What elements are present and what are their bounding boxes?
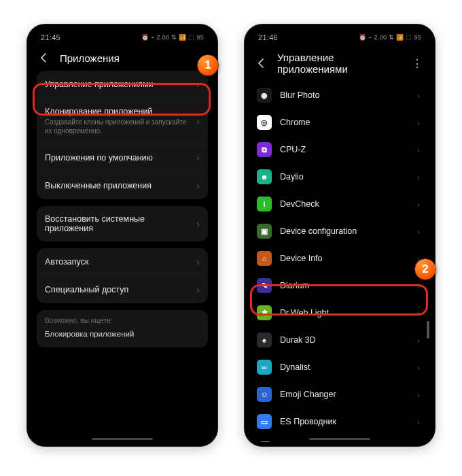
app-row-es-[interactable]: ▭ES Проводник› <box>253 408 427 435</box>
status-icons: ⏰ ⌁ 2.00 ⇅ 📶 ⬚ 95 <box>359 34 421 41</box>
clock: 21:46 <box>258 33 278 41</box>
settings-content: Управление приложениями › Клонирование п… <box>31 71 213 442</box>
row-label: Автозапуск <box>45 257 190 267</box>
app-icon: ❀ <box>257 441 272 442</box>
chevron-right-icon: › <box>417 90 420 101</box>
chevron-right-icon: › <box>417 199 420 209</box>
chevron-right-icon: › <box>417 226 420 237</box>
back-icon[interactable] <box>255 57 268 69</box>
app-icon: ▭ <box>257 414 272 429</box>
page-title: Приложения <box>60 52 207 64</box>
app-name: Daylio <box>280 172 409 182</box>
chevron-right-icon: › <box>196 218 200 229</box>
app-row-device-info[interactable]: ⌂Device Info› <box>253 245 427 272</box>
group-apps: Управление приложениями › Клонирование п… <box>37 71 208 199</box>
chevron-right-icon: › <box>196 180 200 191</box>
app-icon: ◉ <box>257 88 272 103</box>
chevron-right-icon: › <box>417 308 420 318</box>
app-icon: ▣ <box>257 224 272 239</box>
hint-item-app-lock[interactable]: Блокировка приложений <box>37 326 208 347</box>
row-autostart[interactable]: Автозапуск › <box>37 248 208 275</box>
scrollbar-thumb[interactable] <box>427 321 429 339</box>
app-list[interactable]: ◉Blur Photo›◎Chrome›⧉CPU-Z›☻Daylio›iDevC… <box>249 82 431 442</box>
back-icon[interactable] <box>38 52 50 64</box>
more-icon[interactable]: ⋮ <box>410 57 424 70</box>
app-row-devcheck[interactable]: iDevCheck› <box>253 190 427 218</box>
chevron-right-icon: › <box>417 281 420 291</box>
app-name: Device Info <box>280 254 409 263</box>
row-label: Клонирование приложений <box>45 107 190 116</box>
chevron-right-icon: › <box>196 79 200 90</box>
app-name: Dr.Web Light <box>280 308 409 318</box>
row-default-apps[interactable]: Приложения по умолчанию › <box>37 143 208 171</box>
status-bar: 21:45 ⏰ ⌁ 2.00 ⇅ 📶 ⬚ 95 <box>31 29 213 46</box>
chevron-right-icon: › <box>417 417 420 427</box>
row-label: Выключенные приложения <box>45 181 190 190</box>
screen-right: 21:46 ⏰ ⌁ 2.00 ⇅ 📶 ⬚ 95 Управление прило… <box>249 29 431 442</box>
app-icon: ∞ <box>257 360 272 375</box>
group-autostart: Автозапуск › Специальный доступ › <box>37 248 208 303</box>
app-row-cpu-z[interactable]: ⧉CPU-Z› <box>253 136 427 163</box>
row-label: Специальный доступ <box>45 285 190 294</box>
row-disabled-apps[interactable]: Выключенные приложения › <box>37 171 208 199</box>
app-name: Durak 3D <box>280 335 409 345</box>
app-icon: ☺ <box>257 387 272 402</box>
app-icon: ✎ <box>257 278 272 293</box>
app-row-device-configuration[interactable]: ▣Device configuration› <box>253 218 427 245</box>
app-name: Chrome <box>280 118 409 127</box>
app-icon: ✱ <box>257 305 272 320</box>
chevron-right-icon: › <box>417 390 420 400</box>
app-row-dynalist[interactable]: ∞Dynalist› <box>253 354 427 381</box>
app-name: DevCheck <box>280 199 409 209</box>
row-clone-apps[interactable]: Клонирование приложений Создавайте клоны… <box>37 98 208 143</box>
row-label: Управление приложениями <box>45 80 190 89</box>
app-row-chrome[interactable]: ◎Chrome› <box>253 109 427 136</box>
row-label: Восстановить системные приложения <box>45 214 190 233</box>
app-name: Dynalist <box>280 362 409 372</box>
app-row-dr-web-light[interactable]: ✱Dr.Web Light› <box>253 299 427 326</box>
chevron-right-icon: › <box>196 116 200 126</box>
app-icon: ⧉ <box>257 142 272 157</box>
app-icon: ♠ <box>257 333 272 347</box>
clock: 21:45 <box>41 33 60 41</box>
app-icon: ☻ <box>257 169 272 184</box>
status-bar: 21:46 ⏰ ⌁ 2.00 ⇅ 📶 ⬚ 95 <box>249 29 431 46</box>
app-name: CPU-Z <box>280 145 409 154</box>
chevron-right-icon: › <box>196 284 200 295</box>
app-row-daylio[interactable]: ☻Daylio› <box>253 163 427 190</box>
group-hint: Возможно, вы ищете: Блокировка приложени… <box>37 310 208 347</box>
app-row-durak-3d[interactable]: ♠Durak 3D› <box>253 326 427 354</box>
row-special-access[interactable]: Специальный доступ › <box>37 275 208 303</box>
app-row-diarium[interactable]: ✎Diarium› <box>253 272 427 299</box>
step-badge-2: 2 <box>414 258 436 280</box>
app-name: Emoji Changer <box>280 390 409 399</box>
header: Управление приложениями ⋮ <box>249 46 431 82</box>
step-badge-1: 1 <box>197 54 219 76</box>
app-row-emoji-changer[interactable]: ☺Emoji Changer› <box>253 381 427 408</box>
group-restore: Восстановить системные приложения › <box>37 206 208 241</box>
chevron-right-icon: › <box>417 335 420 345</box>
row-label: Приложения по умолчанию <box>45 153 190 163</box>
home-indicator[interactable] <box>92 438 153 440</box>
row-restore-system[interactable]: Восстановить системные приложения › <box>37 206 208 241</box>
chevron-right-icon: › <box>417 145 420 155</box>
status-icons: ⏰ ⌁ 2.00 ⇅ 📶 ⬚ 95 <box>141 34 204 41</box>
chevron-right-icon: › <box>417 118 420 128</box>
hint-heading: Возможно, вы ищете: <box>37 310 208 326</box>
chevron-right-icon: › <box>196 256 200 267</box>
app-icon: i <box>257 197 272 211</box>
row-subtitle: Создавайте клоны приложений и запускайте… <box>45 118 190 135</box>
app-icon: ◎ <box>257 115 272 130</box>
app-row-blur-photo[interactable]: ◉Blur Photo› <box>253 82 427 109</box>
app-icon: ⌂ <box>257 251 272 266</box>
app-name: ES Проводник <box>280 417 409 426</box>
page-title: Управление приложениями <box>277 52 401 75</box>
app-name: Blur Photo <box>280 90 409 100</box>
chevron-right-icon: › <box>417 362 420 373</box>
home-indicator[interactable] <box>309 438 370 440</box>
app-name: Device configuration <box>280 226 409 236</box>
row-manage-apps[interactable]: Управление приложениями › <box>37 71 208 98</box>
header: Приложения <box>31 46 213 71</box>
chevron-right-icon: › <box>196 152 200 163</box>
phone-left: 21:45 ⏰ ⌁ 2.00 ⇅ 📶 ⬚ 95 Приложения Управ… <box>27 24 217 446</box>
